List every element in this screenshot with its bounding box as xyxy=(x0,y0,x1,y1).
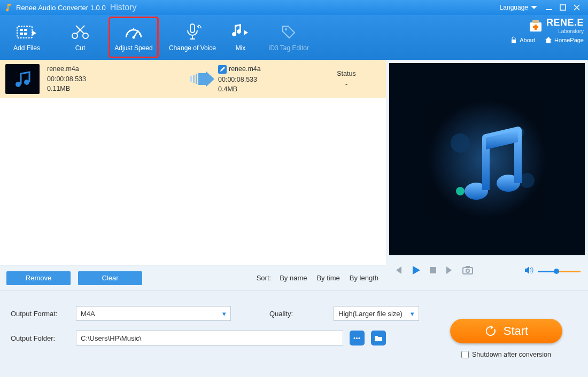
svg-rect-21 xyxy=(512,40,516,43)
svg-rect-35 xyxy=(463,268,473,274)
more-button[interactable]: ••• xyxy=(350,331,365,345)
language-dropdown[interactable]: Language xyxy=(500,4,538,11)
app-icon xyxy=(4,3,13,12)
quality-label: Quality: xyxy=(269,310,328,318)
cut-label: Cut xyxy=(75,44,86,52)
output-format-value: M4A xyxy=(81,310,95,318)
svg-rect-2 xyxy=(17,26,32,38)
svg-point-16 xyxy=(285,28,287,30)
sort-by-name[interactable]: By name xyxy=(278,274,308,282)
start-label: Start xyxy=(504,324,528,338)
next-button[interactable] xyxy=(445,265,454,277)
src-size: 0.11MB xyxy=(47,85,186,92)
arrow-icon xyxy=(186,71,218,87)
sort-label: Sort: xyxy=(257,274,271,282)
app-title: Renee Audio Converter 1.0.0 xyxy=(16,4,106,12)
brand-sub: Laboratory xyxy=(546,28,584,34)
svg-rect-25 xyxy=(193,75,195,83)
quality-value: High(Larger file size) xyxy=(338,310,403,318)
volume-slider[interactable] xyxy=(538,271,581,272)
svg-rect-37 xyxy=(466,266,470,268)
output-folder-input[interactable]: C:\Users\HP\Music\ xyxy=(76,331,343,345)
home-icon xyxy=(545,36,552,44)
mix-icon xyxy=(232,23,249,41)
add-files-button[interactable]: Add Files xyxy=(0,15,53,60)
quality-dropdown[interactable]: High(Larger file size) ▾ xyxy=(334,306,419,321)
dst-duration: 00:00:08.533 xyxy=(218,76,314,83)
output-format-label: Output Format: xyxy=(11,310,69,318)
dst-filename: renee.m4a xyxy=(229,65,261,73)
remove-button[interactable]: Remove xyxy=(6,271,71,285)
svg-rect-4 xyxy=(24,29,27,31)
refresh-icon xyxy=(484,325,497,337)
add-files-icon xyxy=(16,23,37,41)
scissors-icon xyxy=(71,23,90,41)
src-filename: renee.m4a xyxy=(47,65,186,73)
svg-rect-26 xyxy=(196,74,197,84)
svg-point-30 xyxy=(456,187,465,195)
svg-rect-18 xyxy=(532,20,539,23)
svg-rect-3 xyxy=(20,29,23,31)
open-folder-button[interactable] xyxy=(371,331,386,345)
change-voice-button[interactable]: Change of Voice xyxy=(160,15,225,60)
output-format-dropdown[interactable]: M4A ▾ xyxy=(76,306,231,321)
file-thumbnail xyxy=(5,64,40,94)
clear-button[interactable]: Clear xyxy=(78,271,142,285)
status-label: Status xyxy=(314,70,378,77)
svg-rect-1 xyxy=(560,5,566,10)
brand-block: RENE.E Laboratory About HomePage xyxy=(510,17,584,44)
shutdown-label: Shutdown after conversion xyxy=(472,351,551,358)
start-button[interactable]: Start xyxy=(450,319,562,343)
maximize-button[interactable] xyxy=(556,2,570,13)
edit-icon[interactable] xyxy=(218,65,227,74)
minimize-button[interactable] xyxy=(542,2,556,13)
svg-rect-5 xyxy=(20,33,23,35)
tag-icon xyxy=(281,23,297,41)
mix-button[interactable]: Mix xyxy=(225,15,257,60)
microphone-icon xyxy=(183,23,202,41)
file-list-empty xyxy=(0,98,386,265)
svg-point-13 xyxy=(137,30,138,31)
svg-rect-24 xyxy=(190,76,192,82)
speedometer-icon xyxy=(124,23,143,41)
snapshot-button[interactable] xyxy=(462,265,474,277)
adjust-speed-button[interactable]: Adjust Speed xyxy=(107,15,160,60)
stop-button[interactable] xyxy=(429,266,437,277)
svg-point-12 xyxy=(133,28,134,29)
svg-rect-6 xyxy=(24,33,27,35)
close-button[interactable] xyxy=(570,2,584,13)
chevron-down-icon: ▾ xyxy=(222,310,226,318)
svg-rect-15 xyxy=(190,24,195,33)
file-row[interactable]: renee.m4a 00:00:08.533 0.11MB renee.m4a … xyxy=(0,60,386,98)
output-folder-value: C:\Users\HP\Music\ xyxy=(81,334,141,342)
id3-editor-button[interactable]: ID3 Tag Editor xyxy=(257,15,321,60)
dst-size: 0.4MB xyxy=(218,85,314,93)
homepage-link[interactable]: HomePage xyxy=(545,36,584,44)
shutdown-checkbox-row[interactable]: Shutdown after conversion xyxy=(461,351,551,358)
svg-point-28 xyxy=(451,133,470,153)
src-duration: 00:00:08.533 xyxy=(47,75,186,83)
svg-point-11 xyxy=(129,30,130,31)
prev-button[interactable] xyxy=(393,265,403,277)
status-value: - xyxy=(314,81,378,88)
preview-screen xyxy=(389,63,585,255)
language-label: Language xyxy=(500,4,528,11)
play-button[interactable] xyxy=(411,265,421,278)
svg-rect-34 xyxy=(430,267,436,273)
shutdown-checkbox[interactable] xyxy=(461,351,469,358)
volume-icon[interactable] xyxy=(524,266,533,277)
about-link[interactable]: About xyxy=(510,36,535,44)
svg-point-14 xyxy=(139,34,140,35)
svg-point-10 xyxy=(127,34,128,35)
sort-by-length[interactable]: By length xyxy=(349,274,380,282)
svg-rect-0 xyxy=(546,9,552,10)
cut-button[interactable]: Cut xyxy=(53,15,107,60)
medkit-icon xyxy=(528,18,543,33)
svg-point-36 xyxy=(466,269,469,272)
svg-point-31 xyxy=(520,173,535,188)
history-link[interactable]: History xyxy=(110,3,137,12)
add-files-label: Add Files xyxy=(13,44,40,52)
sort-by-time[interactable]: By time xyxy=(315,274,341,282)
output-folder-label: Output Folder: xyxy=(11,334,69,342)
mix-label: Mix xyxy=(236,44,246,52)
